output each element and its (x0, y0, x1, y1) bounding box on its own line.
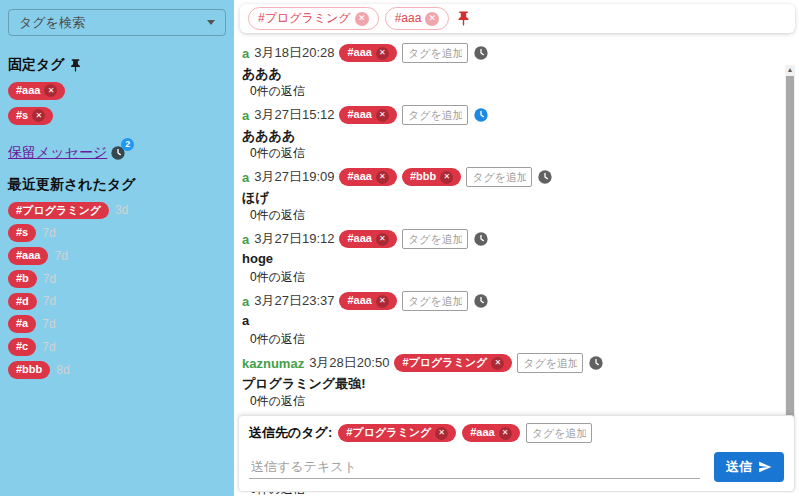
hold-clock-button[interactable] (473, 107, 489, 123)
message-header: a3月27日15:12#aaa✕ (242, 105, 781, 125)
scrollbar[interactable]: ▲ ▼ (785, 65, 795, 469)
tag-remove-icon[interactable]: ✕ (44, 84, 57, 97)
tag-chip-label: #aaa (16, 249, 40, 263)
tag-chip[interactable]: #aaa (8, 247, 48, 265)
message-timestamp: 3月27日19:09 (254, 168, 334, 186)
pinned-tags-heading: 固定タグ (8, 56, 226, 74)
send-button[interactable]: 送信 (714, 452, 784, 482)
tag-chip[interactable]: #b (8, 270, 37, 288)
message-username: a (242, 108, 249, 123)
scrollbar-thumb[interactable] (786, 76, 794, 458)
tag-age-label: 7d (43, 272, 56, 286)
tag-chip-label: #プログラミング (258, 11, 351, 26)
tag-chip[interactable]: #s✕ (8, 107, 53, 125)
hold-clock-button[interactable] (473, 231, 489, 247)
tag-remove-icon[interactable]: ✕ (32, 109, 45, 122)
tag-chip-label: #aaa (395, 11, 422, 26)
replies-link[interactable]: 0件の返信 (250, 269, 781, 285)
composer-send-row: 送信 (249, 452, 784, 482)
message-body: hoge (242, 251, 781, 267)
tag-chip-label: #aaa (470, 426, 494, 440)
tag-remove-icon[interactable]: ✕ (425, 12, 439, 26)
recent-tag-row: #aaa7d (8, 247, 226, 265)
tag-chip-label: #s (16, 226, 28, 240)
clock-icon: 2 (110, 145, 126, 161)
message-header: a3月27日19:12#aaa✕ (242, 229, 781, 249)
tag-remove-icon[interactable]: ✕ (376, 47, 389, 60)
hold-clock-button[interactable] (537, 169, 553, 185)
tag-chip[interactable]: #aaa✕ (8, 82, 65, 100)
replies-link[interactable]: 0件の返信 (250, 83, 781, 99)
scroll-up-icon[interactable]: ▲ (787, 65, 794, 75)
add-tag-input[interactable] (402, 105, 468, 125)
add-tag-input[interactable] (466, 167, 532, 187)
hold-clock-button[interactable] (473, 45, 489, 61)
tag-chip[interactable]: #aaa✕ (339, 106, 396, 124)
message-body: あああ (242, 65, 781, 81)
add-tag-input[interactable] (402, 229, 468, 249)
tag-remove-icon[interactable]: ✕ (355, 12, 369, 26)
tag-remove-icon[interactable]: ✕ (376, 109, 389, 122)
tag-chip-label: #aaa (16, 84, 40, 98)
tag-remove-icon[interactable]: ✕ (491, 357, 504, 370)
pin-filter-button[interactable] (455, 10, 472, 27)
hold-clock-button[interactable] (473, 293, 489, 309)
replies-link[interactable]: 0件の返信 (250, 393, 781, 409)
tag-chip-label: #b (16, 272, 29, 286)
message-item: a3月18日20:28#aaa✕あああ0件の返信 (242, 43, 781, 99)
tag-remove-icon[interactable]: ✕ (376, 171, 389, 184)
composer-add-tag-input[interactable] (526, 423, 592, 443)
send-button-label: 送信 (726, 458, 752, 476)
pending-count-badge: 2 (121, 138, 134, 151)
message-username: a (242, 170, 249, 185)
tag-chip[interactable]: #a (8, 315, 36, 333)
pinned-tags-heading-label: 固定タグ (8, 56, 65, 74)
recent-tags-heading: 最近更新されたタグ (8, 176, 226, 194)
message-body: a (242, 313, 781, 329)
tag-chip[interactable]: #プログラミング✕ (394, 354, 512, 372)
tag-chip[interactable]: #bbb (8, 361, 50, 379)
add-tag-input[interactable] (402, 43, 468, 63)
message-timestamp: 3月28日20:50 (309, 354, 389, 372)
tag-remove-icon[interactable]: ✕ (440, 171, 453, 184)
tag-chip[interactable]: #d (8, 293, 37, 311)
message-text-input[interactable] (249, 455, 700, 479)
main-panel: #プログラミング✕#aaa✕ a3月18日20:28#aaa✕あああ0件の返信a… (234, 0, 799, 496)
tag-remove-icon[interactable]: ✕ (376, 233, 389, 246)
replies-link[interactable]: 0件の返信 (250, 145, 781, 161)
tag-chip[interactable]: #c (8, 338, 36, 356)
tag-chip-label: #プログラミング (346, 426, 431, 440)
chevron-down-icon (207, 20, 215, 25)
recent-tag-row: #c7d (8, 338, 226, 356)
tag-chip[interactable]: #s (8, 224, 36, 242)
tag-chip[interactable]: #aaa✕ (385, 7, 450, 30)
message-item: a3月27日15:12#aaa✕ああああ0件の返信 (242, 105, 781, 161)
tag-chip-label: #aaa (347, 294, 371, 308)
tag-search-select[interactable]: タグを検索 (8, 9, 226, 36)
recent-tag-row: #d7d (8, 293, 226, 311)
tag-chip[interactable]: #プログラミング (8, 202, 109, 220)
tag-chip[interactable]: #プログラミング✕ (338, 424, 456, 442)
app-window: タグを検索 固定タグ #aaa✕#s✕ 保留メッセージ 2 最近更新されたタグ … (0, 0, 799, 496)
add-tag-input[interactable] (402, 291, 468, 311)
pin-icon (68, 58, 83, 73)
tag-chip[interactable]: #bbb✕ (402, 168, 461, 186)
hold-clock-button[interactable] (588, 355, 604, 371)
tag-remove-icon[interactable]: ✕ (376, 295, 389, 308)
add-tag-input[interactable] (517, 353, 583, 373)
tag-remove-icon[interactable]: ✕ (435, 427, 448, 440)
message-item: kaznumaz3月28日20:50#プログラミング✕プログラミング最強!0件の… (242, 353, 781, 409)
tag-remove-icon[interactable]: ✕ (499, 427, 512, 440)
replies-link[interactable]: 0件の返信 (250, 207, 781, 223)
tag-chip[interactable]: #aaa✕ (462, 424, 519, 442)
tag-chip[interactable]: #aaa✕ (339, 168, 396, 186)
tag-chip[interactable]: #プログラミング✕ (248, 7, 379, 30)
tag-age-label: 7d (54, 249, 67, 263)
pending-messages-link[interactable]: 保留メッセージ (8, 144, 107, 162)
recent-tag-row: #a7d (8, 315, 226, 333)
message-timestamp: 3月27日15:12 (254, 106, 334, 124)
replies-link[interactable]: 0件の返信 (250, 331, 781, 347)
tag-chip[interactable]: #aaa✕ (339, 292, 396, 310)
tag-chip[interactable]: #aaa✕ (339, 44, 396, 62)
tag-chip[interactable]: #aaa✕ (339, 230, 396, 248)
